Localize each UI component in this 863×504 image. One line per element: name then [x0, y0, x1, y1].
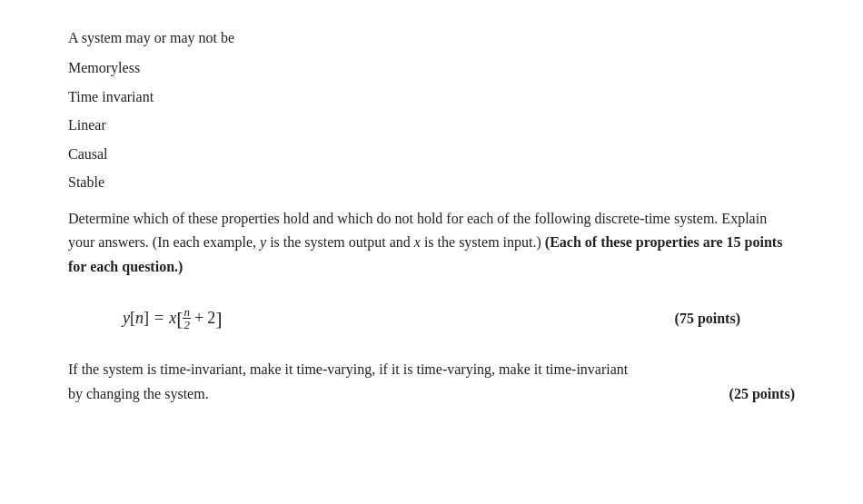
page-content: A system may or may not be Memoryless Ti… [0, 0, 863, 433]
property-memoryless: Memoryless [68, 56, 795, 80]
followup-points: (25 points) [711, 382, 795, 406]
properties-list: Memoryless Time invariant Linear Causal … [68, 56, 795, 194]
followup-text: If the system is time-invariant, make it… [68, 358, 628, 406]
followup-block: If the system is time-invariant, make it… [68, 358, 795, 406]
equation-points: (75 points) [675, 311, 740, 327]
equation: y [ n ] = x [ n 2 + 2 ] [123, 306, 222, 331]
property-causal: Causal [68, 143, 795, 166]
property-time-invariant: Time invariant [68, 85, 795, 109]
property-linear: Linear [68, 114, 795, 137]
intro-text: A system may or may not be [68, 27, 795, 49]
description-text: Determine which of these properties hold… [68, 207, 795, 279]
equation-block: y [ n ] = x [ n 2 + 2 ] (75 points) [68, 306, 795, 331]
property-stable: Stable [68, 171, 795, 194]
